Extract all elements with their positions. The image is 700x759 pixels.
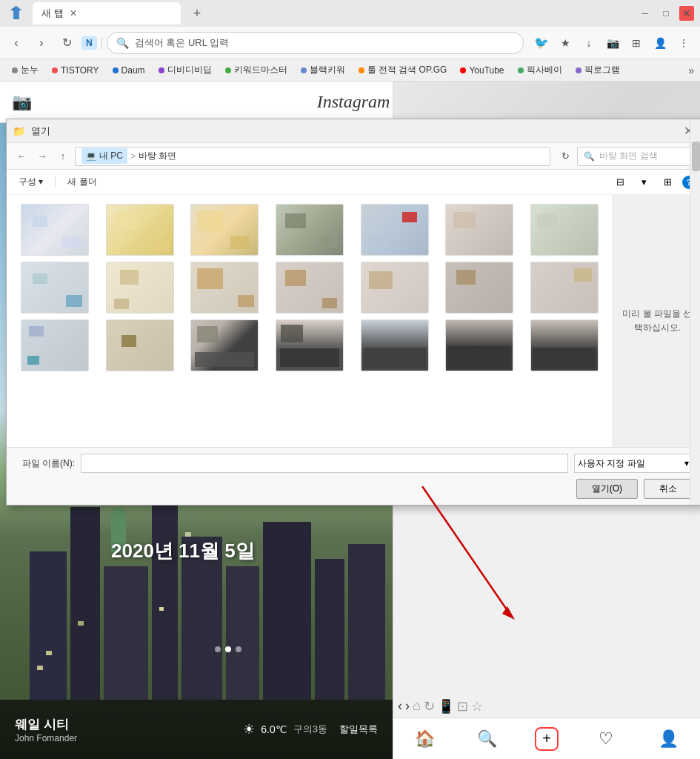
bookmark-nunu[interactable]: 눈누 [6,62,44,78]
close-button[interactable]: ✕ [679,6,694,21]
cancel-button[interactable]: 취소 [644,479,693,499]
bookmark-blackkw[interactable]: 블랙키워 [295,62,351,78]
file-item-12[interactable] [355,262,434,314]
thumbnail-5 [361,204,429,256]
new-tab-button[interactable]: + [187,3,207,24]
ig-share-icon[interactable]: ⊡ [457,698,468,715]
weather-sun-icon: ☀ [243,721,255,738]
file-item-5[interactable] [355,204,434,256]
dialog-nav-bar: ← → ↑ 💻 내 PC > 바탕 화면 ↻ 🔍 바탕 화면 검색 [7,143,700,170]
pc-breadcrumb[interactable]: 💻 내 PC [81,148,127,164]
organize-button[interactable]: 구성 ▾ [13,173,49,190]
file-item-3[interactable] [185,204,264,256]
bookmark-tistory[interactable]: TISTORY [46,64,105,77]
new-folder-button[interactable]: 새 폴더 [61,173,102,190]
forward-button[interactable]: › [31,33,52,53]
bookmark-dot [301,67,307,73]
back-button[interactable]: ‹ [6,33,27,53]
dialog-forward-button[interactable]: → [33,148,51,165]
file-item-21[interactable] [524,319,604,371]
view-toggle-button[interactable]: ⊟ [611,173,629,191]
file-item-1[interactable] [16,204,95,256]
download-icon[interactable]: ↓ [579,33,599,53]
bookmark-opgg[interactable]: 툴 전적 검색 OP.GG [353,62,453,78]
file-item-11[interactable] [270,262,350,314]
dialog-search-input[interactable]: 바탕 화면 검색 [599,150,689,162]
dialog-icon: 📁 [13,125,25,137]
ig-back-arrow[interactable]: ‹ [398,698,402,715]
bookmark-youtube[interactable]: YouTube [454,64,510,77]
bookmark-dvdvdv[interactable]: 디비디비딥 [153,62,218,78]
address-input-container[interactable]: 🔍 검색어 혹은 URL 입력 [107,32,524,54]
file-item-4[interactable] [270,204,350,256]
file-item-14[interactable] [524,262,604,314]
minimize-button[interactable]: ─ [638,6,653,21]
view-options-button[interactable]: ▾ [635,173,653,191]
thumbnail-15 [21,319,89,371]
file-item-18[interactable] [270,319,350,371]
ig-profile-button[interactable]: 👤 [654,724,684,754]
file-item-9[interactable] [101,262,180,314]
file-item-7[interactable] [524,204,604,256]
filename-row: 파일 이름(N): 사용자 지정 파일 ▾ [16,454,693,473]
dialog-title: 열기 [31,125,675,138]
dot-1 [215,646,221,652]
file-item-13[interactable] [440,262,519,314]
file-grid [13,201,607,374]
bookmark-daum[interactable]: Daum [107,64,151,77]
refresh-button[interactable]: ↻ [56,33,77,53]
bookmark-dot [12,67,18,73]
bookmark-keyword[interactable]: 키워드마스터 [219,62,293,78]
bookmark-pixabay[interactable]: 픽사베이 [512,62,568,78]
dialog-up-button[interactable]: ↑ [54,148,72,165]
ig-tablet-icon[interactable]: 📱 [438,698,454,715]
naver-n-badge: N [81,36,97,50]
ig-search-button[interactable]: 🔍 [473,724,502,754]
ig-bottom-row: ‹ › ⌂ ↻ 📱 ⊡ ☆ [398,698,483,715]
file-item-20[interactable] [440,319,519,371]
ig-add-button[interactable]: + [535,727,559,751]
pane-toggle-button[interactable]: ⊞ [659,173,676,191]
ig-forward-arrow[interactable]: › [405,698,410,715]
ig-home-button[interactable]: 🏠 [410,724,439,754]
filetype-select[interactable]: 사용자 지정 파일 ▾ [574,454,693,473]
maximize-button[interactable]: □ [659,6,673,21]
open-button[interactable]: 열기(O) [576,479,638,499]
filename-input[interactable] [81,454,568,473]
scrollbar-thumb[interactable] [692,142,700,171]
grid-icon[interactable]: ⊞ [626,33,647,53]
tab-close-button[interactable]: ✕ [70,8,77,19]
ig-home-mini[interactable]: ⌂ [413,698,421,715]
bookmarks-more-button[interactable]: » [688,64,694,76]
bookmark-picrogram[interactable]: 픽로그램 [570,62,626,78]
ig-heart-button[interactable]: ♡ [591,724,621,754]
menu-icon[interactable]: ⋮ [673,33,694,53]
bookmark-dot [460,67,466,73]
file-item-19[interactable] [355,319,434,371]
account-icon[interactable]: 👤 [650,33,670,53]
browser-tab-active[interactable]: 새 탭 ✕ [33,2,181,24]
screenshot-icon[interactable]: 📷 [602,33,623,53]
ig-refresh-mini[interactable]: ↻ [424,698,435,715]
file-item-15[interactable] [16,319,95,371]
dialog-back-button[interactable]: ← [13,148,30,165]
file-item-2[interactable] [101,204,180,256]
preview-pane: 미리 볼 파일을 선택하십시오. [613,195,700,447]
file-item-17[interactable] [185,319,264,371]
twitter-icon[interactable]: 🐦 [531,33,552,53]
file-item-10[interactable] [185,262,264,314]
address-input[interactable]: 검색어 혹은 URL 입력 [135,36,514,50]
star-icon[interactable]: ★ [555,33,576,53]
file-item-6[interactable] [440,204,519,256]
thumbnail-20 [445,319,513,371]
city-info: 웨일 시티 John Fomander [15,716,77,743]
dialog-scrollbar[interactable] [690,119,700,505]
dialog-refresh-button[interactable]: ↻ [556,148,574,165]
file-item-8[interactable] [16,262,95,314]
thumbnail-21 [530,319,599,371]
thumbnail-11 [276,262,344,314]
thumbnail-12 [361,262,429,314]
file-item-16[interactable] [101,319,180,371]
ig-star-mini[interactable]: ☆ [471,698,483,715]
thumbnail-19 [361,319,429,371]
